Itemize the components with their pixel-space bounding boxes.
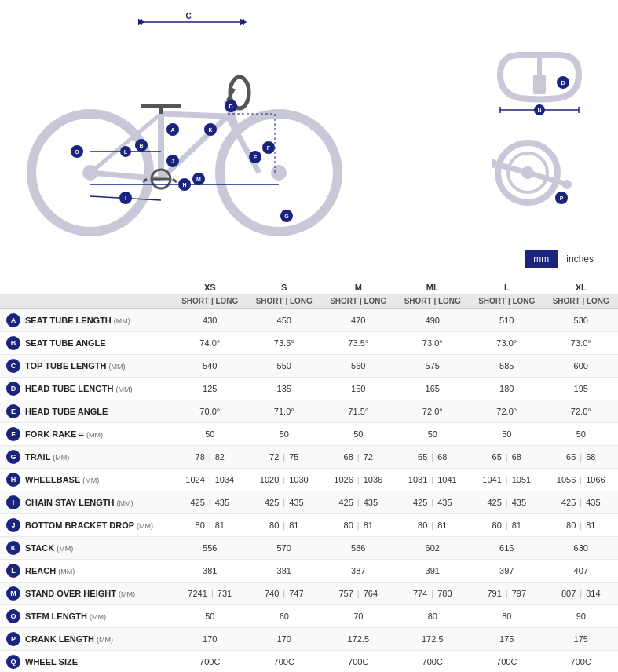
value-cell: 585 <box>470 355 544 378</box>
value-cell: 807 | 814 <box>544 583 619 605</box>
table-row: LREACH (mm)381381387391397407 <box>0 560 618 583</box>
label-cell: ICHAIN STAY LENGTH (mm) <box>0 491 173 514</box>
row-badge: M <box>6 586 20 601</box>
value-cell: 80 <box>470 605 544 628</box>
svg-text:J: J <box>171 159 174 164</box>
svg-text:N: N <box>537 108 541 113</box>
row-badge: Q <box>6 655 20 669</box>
svg-point-70 <box>562 180 572 189</box>
value-cell: 7241 | 731 <box>173 583 247 605</box>
value-cell: 73.0° <box>544 332 619 355</box>
svg-text:I: I <box>125 195 126 201</box>
value-cell: 540 <box>173 355 247 378</box>
svg-text:D: D <box>561 80 565 86</box>
value-cell: 90 <box>544 605 619 628</box>
bike-diagram: C L D K B A <box>16 8 353 236</box>
measure-name: SEAT TUBE ANGLE <box>25 338 106 348</box>
table-row: OSTEM LENGTH (mm)506070808090 <box>0 605 618 628</box>
svg-text:H: H <box>182 182 186 188</box>
label-cell: CTOP TUBE LENGTH (mm) <box>0 355 173 378</box>
value-cell: 616 <box>470 537 544 560</box>
short-long-m: SHORT | LONG <box>321 294 396 309</box>
table-row: EHEAD TUBE ANGLE70.0°71.0°71.5°72.0°72.0… <box>0 400 618 423</box>
value-cell: 80 | 81 <box>247 514 322 537</box>
value-cell: 570 <box>247 537 322 560</box>
table-row: ICHAIN STAY LENGTH (mm)425 | 435425 | 43… <box>0 491 618 514</box>
measure-name: CHAIN STAY LENGTH (mm) <box>25 498 133 507</box>
short-long-ml: SHORT | LONG <box>396 294 470 309</box>
value-cell: 550 <box>247 355 322 378</box>
svg-text:M: M <box>196 177 201 182</box>
table-row: HWHEELBASE (mm)1024 | 10341020 | 1030102… <box>0 469 618 491</box>
value-cell: 65 | 68 <box>544 446 619 469</box>
value-cell: 135 <box>247 378 322 400</box>
table-row: CTOP TUBE LENGTH (mm)540550560575585600 <box>0 355 618 378</box>
value-cell: 425 | 435 <box>321 491 396 514</box>
value-cell: 71.0° <box>247 400 322 423</box>
value-cell: 60 <box>247 605 322 628</box>
row-badge: P <box>6 632 20 646</box>
value-cell: 65 | 68 <box>470 446 544 469</box>
value-cell: 50 <box>396 423 470 446</box>
row-badge: G <box>6 450 20 464</box>
svg-rect-57 <box>533 75 546 94</box>
table-body: ASEAT TUBE LENGTH (mm)430450470490510530… <box>0 309 618 672</box>
value-cell: 68 | 72 <box>321 446 396 469</box>
value-cell: 50 <box>173 605 247 628</box>
table-row: GTRAIL (mm)78 | 8272 | 7568 | 7265 | 686… <box>0 446 618 469</box>
size-ml: ML <box>396 278 470 294</box>
value-cell: 72.0° <box>544 400 619 423</box>
value-cell: 180 <box>470 378 544 400</box>
svg-text:K: K <box>208 127 212 133</box>
value-cell: 72.0° <box>396 400 470 423</box>
mm-button[interactable]: mm <box>525 250 558 268</box>
size-l: L <box>470 278 544 294</box>
svg-text:D: D <box>229 104 232 109</box>
value-cell: 425 | 435 <box>544 491 619 514</box>
value-cell: 490 <box>396 309 470 332</box>
value-cell: 165 <box>396 378 470 400</box>
row-badge: A <box>6 313 20 327</box>
measurements-table: XS S M ML L XL SHORT | LONG SHORT | LONG… <box>0 278 618 672</box>
top-section: C L D K B A <box>0 0 618 243</box>
short-long-s: SHORT | LONG <box>247 294 322 309</box>
row-badge: J <box>6 518 20 532</box>
label-cell: LREACH (mm) <box>0 560 173 583</box>
row-badge: B <box>6 336 20 350</box>
value-cell: 70.0° <box>173 400 247 423</box>
value-cell: 65 | 68 <box>396 446 470 469</box>
size-m: M <box>321 278 396 294</box>
unit-toggle-section: mm inches <box>0 243 618 275</box>
value-cell: 381 <box>173 560 247 583</box>
svg-text:L: L <box>124 149 128 155</box>
value-cell: 1020 | 1030 <box>247 469 322 491</box>
label-cell: HWHEELBASE (mm) <box>0 469 173 491</box>
value-cell: 78 | 82 <box>173 446 247 469</box>
value-cell: 50 <box>470 423 544 446</box>
value-cell: 407 <box>544 560 619 583</box>
value-cell: 700C <box>396 651 470 673</box>
svg-text:F: F <box>267 145 271 151</box>
row-badge: K <box>6 541 20 555</box>
value-cell: 80 <box>396 605 470 628</box>
value-cell: 70 <box>321 605 396 628</box>
measure-name: STAND OVER HEIGHT (mm) <box>25 589 135 598</box>
svg-text:B: B <box>139 143 143 148</box>
size-xs: XS <box>173 278 247 294</box>
row-badge: I <box>6 495 20 509</box>
value-cell: 700C <box>247 651 322 673</box>
value-cell: 430 <box>173 309 247 332</box>
inches-button[interactable]: inches <box>558 250 602 268</box>
value-cell: 530 <box>544 309 619 332</box>
value-cell: 73.0° <box>470 332 544 355</box>
label-cell: MSTAND OVER HEIGHT (mm) <box>0 583 173 605</box>
label-cell: OSTEM LENGTH (mm) <box>0 605 173 628</box>
svg-text:E: E <box>254 155 258 160</box>
value-cell: 757 | 764 <box>321 583 396 605</box>
row-badge: H <box>6 473 20 487</box>
value-cell: 425 | 435 <box>173 491 247 514</box>
size-header-row: XS S M ML L XL <box>0 278 618 294</box>
value-cell: 1026 | 1036 <box>321 469 396 491</box>
svg-text:O: O <box>75 149 79 155</box>
measure-name: SEAT TUBE LENGTH (mm) <box>25 316 130 325</box>
